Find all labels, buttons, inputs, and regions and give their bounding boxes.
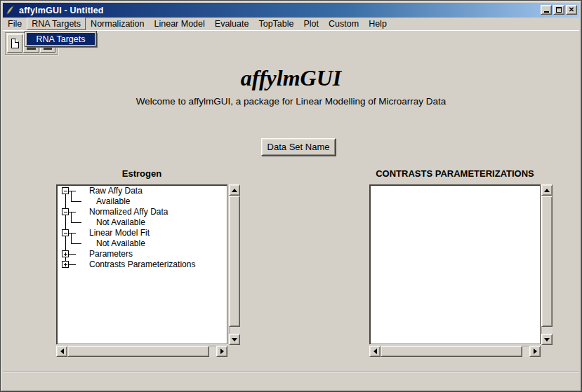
arrow-right-icon — [534, 349, 537, 354]
left-panel-title: Estrogen — [56, 168, 227, 179]
menu-normalization[interactable]: Normalization — [86, 18, 149, 30]
right-panel-title: CONTRASTS PARAMETERIZATIONS — [369, 168, 541, 179]
menu-help[interactable]: Help — [364, 18, 392, 30]
menubar: File RNA Targets Normalization Linear Mo… — [3, 18, 579, 31]
menu-file[interactable]: File — [3, 18, 27, 30]
scroll-up-button[interactable] — [541, 184, 553, 196]
new-file-button[interactable] — [7, 34, 22, 53]
scroll-down-button[interactable] — [229, 334, 240, 345]
window-title: affylmGUI - Untitled — [19, 6, 104, 15]
welcome-text: Welcome to affylmGUI, a package for Line… — [3, 96, 579, 107]
tree-item-raw-affy-data[interactable]: Raw Affy Data — [89, 186, 143, 196]
dropdown-item-rna-targets[interactable]: RNA Targets — [27, 33, 95, 45]
status-bar — [3, 373, 579, 391]
scrollbar-thumb[interactable] — [67, 346, 209, 357]
scroll-down-button[interactable] — [541, 334, 553, 345]
tree-item-normalized-affy-data[interactable]: Normalized Affy Data — [89, 207, 168, 217]
arrow-down-icon — [232, 338, 237, 342]
status-tree[interactable]: Raw Affy Data Available Normalized Affy … — [56, 184, 227, 344]
titlebar[interactable]: affylmGUI - Untitled ✕ — [3, 3, 579, 18]
app-feather-icon — [5, 5, 15, 15]
scroll-right-button[interactable] — [216, 346, 227, 357]
tree-item-available[interactable]: Available — [96, 196, 130, 207]
new-document-icon — [11, 39, 19, 48]
arrow-down-icon — [544, 338, 550, 342]
close-button[interactable]: ✕ — [566, 5, 577, 15]
arrow-left-icon — [373, 349, 377, 354]
menu-evaluate[interactable]: Evaluate — [210, 18, 254, 30]
scrollbar-thumb[interactable] — [229, 196, 240, 327]
minimize-icon — [544, 11, 549, 13]
left-horizontal-scrollbar[interactable] — [56, 346, 227, 357]
rna-targets-dropdown: RNA Targets — [25, 31, 97, 47]
maximize-button[interactable] — [553, 5, 564, 15]
page-title: affylmGUI — [3, 65, 579, 91]
app-window: affylmGUI - Untitled ✕ File RNA Targets … — [0, 0, 582, 392]
arrow-right-icon — [220, 349, 224, 354]
scroll-left-button[interactable] — [56, 346, 67, 357]
tree-item-not-available-2[interactable]: Not Available — [96, 238, 145, 249]
scroll-left-button[interactable] — [369, 346, 381, 357]
left-vertical-scrollbar[interactable] — [229, 184, 240, 345]
scrollbar-thumb[interactable] — [541, 196, 553, 327]
menu-plot[interactable]: Plot — [299, 18, 324, 30]
main-content: affylmGUI Welcome to affylmGUI, a packag… — [3, 55, 579, 372]
tree-item-not-available-1[interactable]: Not Available — [96, 217, 145, 228]
scroll-up-button[interactable] — [229, 184, 240, 196]
tree-item-linear-model-fit[interactable]: Linear Model Fit — [89, 228, 150, 238]
minimize-button[interactable] — [541, 5, 552, 15]
right-vertical-scrollbar[interactable] — [541, 184, 553, 345]
data-set-name-button[interactable]: Data Set Name — [261, 138, 336, 156]
tree-item-parameters[interactable]: Parameters — [89, 249, 133, 259]
menu-custom[interactable]: Custom — [324, 18, 364, 30]
obscured-icon — [44, 47, 52, 50]
close-icon: ✕ — [567, 6, 576, 14]
menu-rna-targets[interactable]: RNA Targets — [27, 18, 86, 30]
obscured-icon — [27, 47, 35, 50]
arrow-up-icon — [232, 189, 237, 192]
scrollbar-thumb[interactable] — [381, 346, 522, 357]
contrasts-listbox[interactable] — [369, 184, 541, 344]
scroll-right-button[interactable] — [529, 346, 541, 357]
right-horizontal-scrollbar[interactable] — [369, 346, 541, 357]
tree-item-contrasts-parameterizations[interactable]: Contrasts Parameterizations — [89, 259, 195, 270]
menu-linear-model[interactable]: Linear Model — [150, 18, 210, 30]
menu-toptable[interactable]: TopTable — [253, 18, 298, 30]
arrow-up-icon — [544, 189, 550, 192]
maximize-icon — [556, 7, 562, 13]
arrow-left-icon — [60, 349, 64, 354]
